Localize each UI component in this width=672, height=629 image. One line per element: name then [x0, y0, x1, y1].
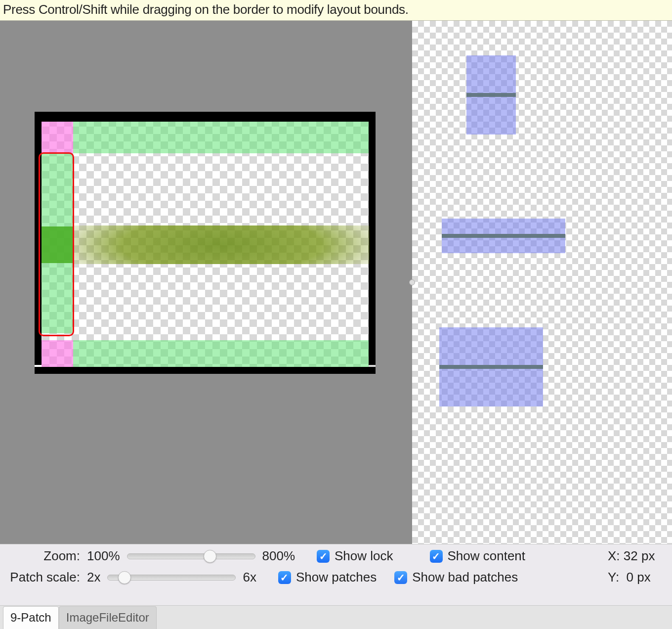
zoom-max: 800% — [262, 548, 295, 564]
check-icon: ✓ — [397, 572, 405, 584]
preview-small — [466, 55, 516, 135]
lock-top-left — [42, 122, 73, 153]
canvas-area[interactable] — [0, 21, 412, 544]
hint-text: Press Control/Shift while dragging on th… — [3, 2, 409, 17]
show-patches-label: Show patches — [296, 570, 377, 585]
tab-image-file-editor-label: ImageFileEditor — [66, 611, 149, 624]
tab-image-file-editor[interactable]: ImageFileEditor — [59, 606, 157, 629]
tab-9-patch[interactable]: 9-Patch — [3, 606, 59, 629]
preview-large — [439, 327, 543, 406]
hint-bar: Press Control/Shift while dragging on th… — [0, 0, 672, 21]
border-right[interactable] — [369, 112, 376, 365]
zoom-label: Zoom: — [5, 548, 80, 564]
patch-scale-label: Patch scale: — [5, 570, 80, 585]
show-content-checkbox[interactable]: ✓ — [430, 550, 443, 563]
selection-frame[interactable] — [39, 152, 74, 336]
editor-main — [0, 21, 672, 544]
preview-wide-stripe — [442, 234, 565, 238]
controls-bar: Zoom: 100% 800% ✓ Show lock ✓ Show conte… — [0, 544, 672, 605]
patch-bottom — [73, 340, 369, 367]
controls-row-1: Zoom: 100% 800% ✓ Show lock ✓ Show conte… — [5, 548, 667, 564]
editor-tabs: 9-Patch ImageFileEditor — [0, 605, 672, 629]
preview-pane — [412, 21, 672, 544]
patch-scale-min: 2x — [87, 570, 100, 585]
x-label: X: — [608, 548, 620, 563]
preview-small-stripe — [466, 93, 516, 97]
patch-scale-slider[interactable] — [107, 575, 236, 581]
pane-resize-grip[interactable] — [409, 279, 415, 285]
show-content-label: Show content — [448, 548, 526, 564]
check-icon: ✓ — [280, 572, 289, 584]
border-top[interactable] — [35, 112, 376, 122]
content-band — [73, 225, 370, 264]
border-bottom[interactable] — [35, 367, 376, 374]
x-value: 32 px — [624, 548, 655, 563]
check-icon: ✓ — [319, 550, 328, 562]
patch-scale-max: 6x — [243, 570, 256, 585]
zoom-thumb[interactable] — [204, 550, 216, 563]
show-lock-label: Show lock — [335, 548, 393, 564]
y-value: 0 px — [627, 570, 651, 584]
show-bad-checkbox[interactable]: ✓ — [394, 571, 407, 584]
show-bad-label: Show bad patches — [412, 570, 518, 585]
show-lock-checkbox[interactable]: ✓ — [317, 550, 330, 563]
zoom-slider[interactable] — [127, 553, 255, 559]
lock-bottom-left — [42, 340, 73, 367]
zoom-min: 100% — [87, 548, 120, 564]
preview-wide — [442, 219, 565, 253]
preview-large-stripe — [439, 365, 543, 369]
check-icon: ✓ — [432, 550, 440, 562]
patch-top — [73, 122, 369, 153]
tab-9-patch-label: 9-Patch — [10, 611, 51, 624]
controls-row-2: Patch scale: 2x 6x ✓ Show patches ✓ Show… — [5, 570, 667, 585]
show-patches-checkbox[interactable]: ✓ — [278, 571, 291, 584]
patch-scale-thumb[interactable] — [118, 571, 131, 584]
y-label: Y: — [608, 570, 619, 584]
ninepatch-canvas[interactable] — [35, 112, 376, 374]
